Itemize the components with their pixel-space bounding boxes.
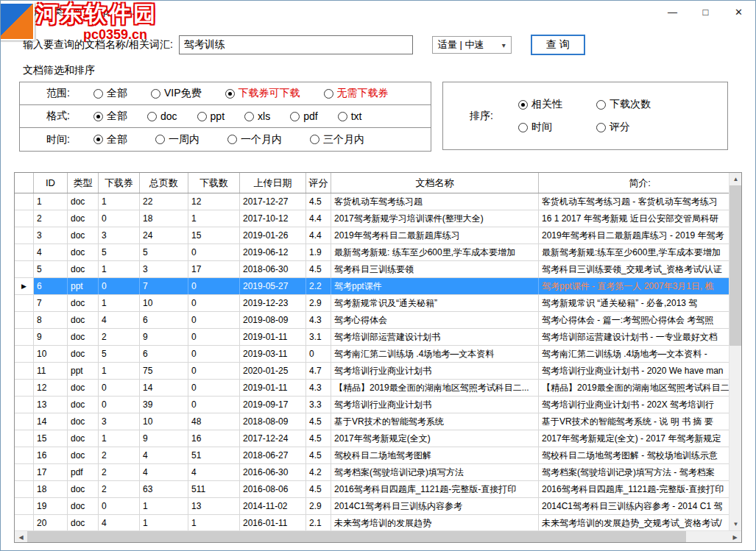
row-selector-cell[interactable]: [15, 193, 34, 210]
table-cell: 3: [99, 227, 140, 243]
radio-option[interactable]: VIP免费: [151, 87, 202, 100]
table-row[interactable]: 7doc11002019-12-232.9驾考新规常识及“通关秘籍”驾考新规常识…: [15, 295, 741, 312]
table-row[interactable]: 13doc03902019-09-173.3驾考培训行业商业计划书驾考培训行业商…: [15, 397, 741, 413]
radio-option[interactable]: xls: [244, 110, 270, 122]
column-header[interactable]: 下载数: [188, 173, 240, 193]
table-row[interactable]: 15doc19162017-12-244.52017年驾考新规定(全文)2017…: [15, 430, 741, 447]
minimize-button[interactable]: —: [656, 1, 689, 23]
table-cell: 1: [99, 261, 140, 277]
table-cell: 2019-03-11: [240, 346, 306, 362]
table-row[interactable]: 1doc122122017-12-274.5客货机动车驾考练习题客货机动车驾考练…: [15, 193, 741, 210]
radio-option[interactable]: 全部: [93, 87, 127, 100]
radio-option[interactable]: 相关性: [518, 98, 562, 111]
table-cell: 9: [140, 329, 188, 345]
radio-option[interactable]: 一个月内: [227, 133, 282, 146]
row-selector-cell[interactable]: [15, 329, 34, 345]
column-header[interactable]: 评分: [306, 173, 331, 193]
table-row[interactable]: 20doc4112016-01-112.1未来驾考培训的发展趋势未来驾考培训的发…: [15, 515, 741, 532]
search-input[interactable]: [179, 35, 413, 54]
scroll-left-icon[interactable]: ◀: [15, 531, 27, 543]
row-selector-cell[interactable]: [15, 244, 34, 260]
table-row[interactable]: 11ppt17502020-01-254.7驾考培训行业商业计划书驾考培训行业商…: [15, 363, 741, 380]
radio-option[interactable]: 一周内: [155, 133, 199, 146]
column-header[interactable]: 下载券: [99, 173, 140, 193]
table-row[interactable]: 17pdf2442016-06-304.2驾考档案(驾驶培训记录)填写方法驾考档…: [15, 464, 741, 481]
row-selector-cell[interactable]: [15, 346, 34, 362]
table-cell: doc: [68, 210, 99, 227]
radio-option[interactable]: ppt: [197, 110, 225, 122]
table-row[interactable]: 4doc5502019-06-121.9最新驾考新规: 练车至少600里,学车成…: [15, 244, 741, 261]
table-row[interactable]: ▶6ppt0702019-05-272.2驾考ppt课件驾考ppt课件 - 直考…: [15, 278, 741, 295]
column-header[interactable]: 简介:: [539, 173, 741, 193]
table-cell: 24: [140, 227, 188, 243]
table-cell: 驾考培训行业商业计划书: [331, 397, 539, 413]
radio-option[interactable]: pdf: [290, 110, 317, 122]
radio-label: 下载券可下载: [239, 87, 300, 100]
table-row[interactable]: 8doc4602019-08-094.3驾考心得体会驾考心得体会 - 篇一:考驾…: [15, 312, 741, 329]
table-row[interactable]: 5doc13172018-06-304.5驾考科目三训练要领驾考科目三训练要领_…: [15, 261, 741, 278]
row-selector-cell[interactable]: [15, 397, 34, 413]
radio-option[interactable]: 评分: [596, 121, 651, 134]
close-button[interactable]: ✕: [722, 1, 755, 23]
scroll-right-icon[interactable]: ▶: [729, 531, 741, 543]
table-cell: 2019-01-26: [240, 227, 306, 243]
radio-option[interactable]: 下载次数: [596, 98, 651, 111]
table-row[interactable]: 19doc01132014-11-022.92014C1驾考科目三训练内容参考2…: [15, 498, 741, 515]
row-pointer-icon[interactable]: ▶: [15, 278, 34, 294]
row-selector-cell[interactable]: [15, 227, 34, 243]
row-selector-cell[interactable]: [15, 295, 34, 311]
maximize-button[interactable]: □: [689, 1, 722, 23]
row-selector-cell[interactable]: [15, 380, 34, 396]
row-selector-cell[interactable]: [15, 210, 34, 227]
table-cell: 17: [34, 464, 68, 480]
horizontal-scrollbar[interactable]: ◀ ▶: [15, 530, 741, 542]
table-row[interactable]: 3doc324152019-01-264.42019年驾考科目二最新题库练习20…: [15, 227, 741, 244]
table-cell: 驾考新规常识 “通关秘籍” - 必备,2013 驾: [539, 295, 741, 311]
radio-option[interactable]: 全部: [93, 110, 127, 123]
vertical-scroll-thumb[interactable]: [729, 185, 742, 346]
search-button[interactable]: 查 询: [531, 35, 585, 55]
table-row[interactable]: 18doc2635112016-08-064.52016驾考科目四题库_1121…: [15, 481, 741, 498]
table-cell: 0: [188, 363, 240, 379]
table-row[interactable]: 10doc5602019-03-110驾考南汇第二训练场 .4场地考—文本资料驾…: [15, 346, 741, 363]
row-selector-cell[interactable]: [15, 413, 34, 430]
row-selector-cell[interactable]: [15, 261, 34, 277]
horizontal-scroll-thumb[interactable]: [27, 531, 686, 542]
row-selector-cell[interactable]: [15, 498, 34, 514]
table-cell: 2014C1驾考科目三训练内容参考: [331, 498, 539, 514]
row-selector-cell[interactable]: [15, 515, 34, 531]
sort-label: 排序:: [470, 110, 508, 123]
scroll-up-icon[interactable]: ▲: [729, 173, 742, 185]
table-cell: 16 1 2017 年驾考新规 近日公安部交管局科研: [539, 210, 741, 227]
table-row[interactable]: 12doc01402019-01-114.3【精品】2019最全面的湖南地区驾照…: [15, 380, 741, 397]
scroll-down-icon[interactable]: ▼: [729, 518, 742, 530]
column-header[interactable]: 总页数: [140, 173, 188, 193]
radio-option[interactable]: 三个月内: [310, 133, 364, 146]
radio-option[interactable]: 全部: [93, 133, 127, 146]
radio-option[interactable]: txt: [338, 110, 362, 122]
radio-label: pdf: [303, 110, 317, 122]
radio-option[interactable]: 无需下载券: [324, 87, 389, 100]
row-selector-cell[interactable]: [15, 430, 34, 447]
table-row[interactable]: 14doc310482018-08-094.5基于VR技术的智能驾考系统基于VR…: [15, 413, 741, 430]
radio-label: 一周内: [169, 133, 199, 146]
radio-option[interactable]: 下载券可下载: [225, 87, 300, 100]
column-header[interactable]: 文档名称: [331, 173, 539, 193]
radio-option[interactable]: doc: [147, 110, 177, 122]
speed-select[interactable]: 适量 | 中速 ▾: [432, 36, 512, 54]
table-cell: 51: [188, 447, 240, 463]
row-selector-cell[interactable]: [15, 363, 34, 379]
row-selector-cell[interactable]: [15, 312, 34, 328]
column-header[interactable]: 类型: [68, 173, 99, 193]
radio-label: 全部: [107, 87, 127, 100]
row-selector-cell[interactable]: [15, 447, 34, 463]
table-row[interactable]: 16doc24512018-06-274.5驾校科目二场地驾考图解驾校科目二场地…: [15, 447, 741, 464]
table-row[interactable]: 9doc2902019-01-113.1驾考培训部运营建设计划书驾考培训部运营建…: [15, 329, 741, 346]
radio-option[interactable]: 时间: [518, 121, 562, 134]
row-selector-cell[interactable]: [15, 481, 34, 497]
column-header[interactable]: 上传日期: [240, 173, 306, 193]
vertical-scrollbar[interactable]: ▲ ▼: [729, 173, 741, 530]
row-selector-cell[interactable]: [15, 464, 34, 480]
column-header[interactable]: ID: [34, 173, 68, 193]
table-row[interactable]: 2doc01812017-10-124.42017驾考新规学习培训课件(整理大全…: [15, 210, 741, 227]
